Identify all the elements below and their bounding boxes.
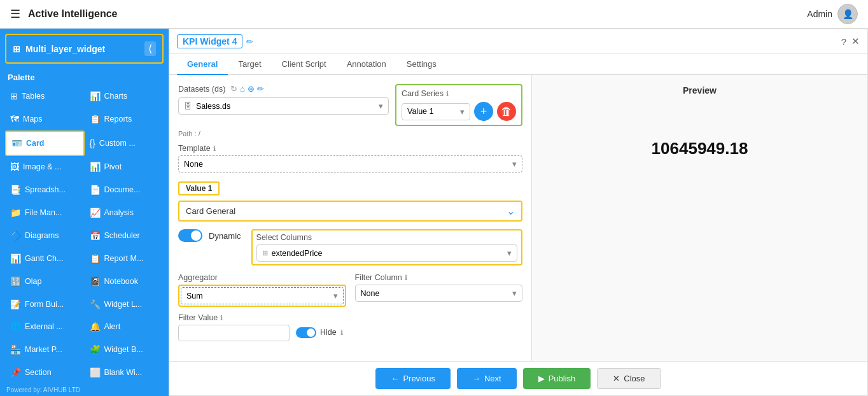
- top-header: ☰ Active Intelligence Admin 👤: [0, 0, 868, 29]
- next-arrow-icon: →: [472, 374, 480, 383]
- tab-general[interactable]: General: [177, 54, 228, 75]
- sidebar-item-widgetl[interactable]: 🔧 Widget L...: [85, 293, 164, 316]
- dataset-value: Saless.ds: [196, 102, 375, 111]
- prev-arrow-icon: ←: [391, 374, 399, 383]
- aggregator-border: Sum ▾: [178, 285, 346, 307]
- edit-dataset-icon[interactable]: ✏: [257, 84, 264, 94]
- filter-column-chevron: ▾: [512, 288, 517, 298]
- sidebar-item-docume[interactable]: 📄 Docume...: [85, 178, 164, 201]
- sidebar-item-notebook[interactable]: 📓 Notebook: [85, 270, 164, 293]
- sidebar-item-section[interactable]: 📌 Section: [5, 361, 85, 384]
- refresh-icon[interactable]: ↻: [230, 84, 237, 94]
- tab-settings[interactable]: Settings: [396, 54, 447, 75]
- dataset-chevron: ▾: [379, 101, 383, 111]
- card-series-controls: Value 1 ▾ + 🗑: [402, 102, 516, 121]
- edit-icon[interactable]: ✏: [246, 37, 253, 46]
- hide-info-icon[interactable]: ℹ: [340, 329, 343, 337]
- sidebar-item-charts[interactable]: 📊 Charts: [85, 85, 164, 108]
- publish-button[interactable]: ▶ Publish: [523, 368, 591, 389]
- add-dataset-icon[interactable]: ⊕: [248, 84, 255, 94]
- template-info-icon[interactable]: ℹ: [213, 145, 216, 153]
- sidebar-item-scheduler[interactable]: 📅 Scheduler: [85, 224, 164, 247]
- olap-icon: 🔢: [10, 276, 21, 286]
- sidebar-item-formbui[interactable]: 📝 Form Bui...: [5, 293, 85, 316]
- admin-area: Admin 👤: [807, 4, 858, 24]
- form-panel-wrapper: Datasets (ds) ↻ ⌂ ⊕ ✏ 🗄: [169, 75, 532, 361]
- dynamic-columns-row: Dynamic Select Columns ⊞ extendedPrice: [178, 229, 522, 265]
- sidebar-item-card[interactable]: 🪪 Card: [5, 131, 85, 156]
- sidebar-widget-title: ⊞ Multi_layer_widget: [13, 44, 105, 54]
- tab-annotation[interactable]: Annotation: [337, 54, 396, 75]
- card-series-selector[interactable]: Value 1 ▾: [402, 103, 470, 120]
- template-selector[interactable]: None ▾: [178, 155, 522, 173]
- sidebar-item-widgetb[interactable]: 🧩 Widget B...: [85, 338, 164, 361]
- tab-client-script[interactable]: Client Script: [272, 54, 337, 75]
- filter-value-info-icon[interactable]: ℹ: [220, 314, 223, 322]
- scheduler-icon: 📅: [90, 230, 101, 241]
- toggle-thumb: [191, 230, 201, 241]
- analysis-icon: 📈: [90, 208, 101, 218]
- filter-column-value: None: [361, 289, 380, 298]
- hide-toggle-thumb: [307, 329, 315, 337]
- sidebar-widget-label: Multi_layer_widget: [25, 44, 105, 54]
- sidebar-item-pivot[interactable]: 📊 Pivot: [85, 156, 164, 179]
- sidebar-item-image[interactable]: 🖼 Image & ...: [5, 156, 85, 179]
- sidebar-item-reportm[interactable]: 📋 Report M...: [85, 247, 164, 270]
- widgetl-label: Widget L...: [104, 300, 143, 309]
- sidebar-item-maps[interactable]: 🗺 Maps: [5, 108, 85, 131]
- close-dialog-icon[interactable]: ✕: [851, 36, 860, 47]
- dataset-selector[interactable]: 🗄 Saless.ds ▾: [178, 97, 389, 115]
- sidebar-item-marketp[interactable]: 🏪 Market P...: [5, 338, 85, 361]
- sidebar-item-reports[interactable]: 📋 Reports: [85, 108, 164, 131]
- main-layout: ⊞ Multi_layer_widget ⟨ Palette ⊞ Tables …: [0, 29, 868, 396]
- next-button[interactable]: → Next: [457, 368, 517, 389]
- template-label: Template ℹ: [178, 144, 522, 153]
- tab-target[interactable]: Target: [228, 54, 271, 75]
- sidebar-item-external[interactable]: 🌐 External ...: [5, 315, 85, 338]
- sidebar-item-custom[interactable]: {} Custom ...: [85, 131, 164, 156]
- aggregator-selector[interactable]: Sum ▾: [181, 287, 344, 304]
- sidebar-item-spreadsh[interactable]: 📑 Spreadsh...: [5, 178, 85, 201]
- previous-button[interactable]: ← Previous: [375, 368, 451, 389]
- filter-value-input[interactable]: [178, 325, 290, 341]
- formbui-icon: 📝: [10, 299, 21, 309]
- widget-grid-icon: ⊞: [13, 44, 20, 54]
- card-general-chevron[interactable]: ⌄: [507, 205, 515, 217]
- aggregator-label: Aggregator: [178, 273, 346, 282]
- filter-column-selector[interactable]: None ▾: [355, 285, 523, 302]
- filter-value-label: Filter Value ℹ: [178, 313, 290, 322]
- sidebar-item-ganttch[interactable]: 📊 Gantt Ch...: [5, 247, 85, 270]
- close-button[interactable]: ✕ Close: [597, 368, 661, 389]
- sidebar-item-diagrams[interactable]: 🔷 Diagrams: [5, 224, 85, 247]
- right-panel: KPI Widget 4 ✏ ? ✕ General Target Client…: [169, 29, 868, 396]
- sidebar-item-tables[interactable]: ⊞ Tables: [5, 85, 85, 108]
- select-columns-selector[interactable]: ⊞ extendedPrice ▾: [256, 244, 517, 262]
- marketp-icon: 🏪: [10, 344, 21, 355]
- add-card-series-btn[interactable]: +: [474, 102, 493, 121]
- sidebar-item-olap[interactable]: 🔢 Olap: [5, 270, 85, 293]
- custom-label: Custom ...: [99, 139, 136, 148]
- dynamic-toggle[interactable]: [178, 229, 202, 242]
- dialog-body: Datasets (ds) ↻ ⌂ ⊕ ✏ 🗄: [169, 75, 867, 361]
- sidebar-item-analysis[interactable]: 📈 Analysis: [85, 201, 164, 224]
- aggregator-chevron: ▾: [333, 291, 338, 301]
- home-icon[interactable]: ⌂: [240, 84, 245, 94]
- help-icon[interactable]: ?: [841, 36, 846, 47]
- pivot-label: Pivot: [104, 162, 122, 171]
- sidebar-item-fileman[interactable]: 📁 File Man...: [5, 201, 85, 224]
- sidebar-item-blankwi[interactable]: ⬜ Blank Wi...: [85, 361, 164, 384]
- hide-toggle[interactable]: [296, 327, 316, 338]
- delete-card-series-btn[interactable]: 🗑: [497, 102, 516, 121]
- image-icon: 🖼: [10, 162, 19, 172]
- datasets-header-row: Datasets (ds) ↻ ⌂ ⊕ ✏: [178, 84, 389, 94]
- scheduler-label: Scheduler: [104, 231, 140, 240]
- widgetl-icon: 🔧: [90, 299, 101, 309]
- filter-column-info-icon[interactable]: ℹ: [405, 274, 407, 282]
- menu-icon[interactable]: ☰: [10, 7, 20, 21]
- card-series-info-icon[interactable]: ℹ: [446, 90, 449, 98]
- admin-label: Admin: [807, 9, 832, 19]
- sidebar-item-alert[interactable]: 🔔 Alert: [85, 315, 164, 338]
- sidebar-collapse-btn[interactable]: ⟨: [144, 41, 156, 56]
- avatar[interactable]: 👤: [837, 4, 858, 24]
- sidebar-widget-header[interactable]: ⊞ Multi_layer_widget ⟨: [5, 34, 164, 64]
